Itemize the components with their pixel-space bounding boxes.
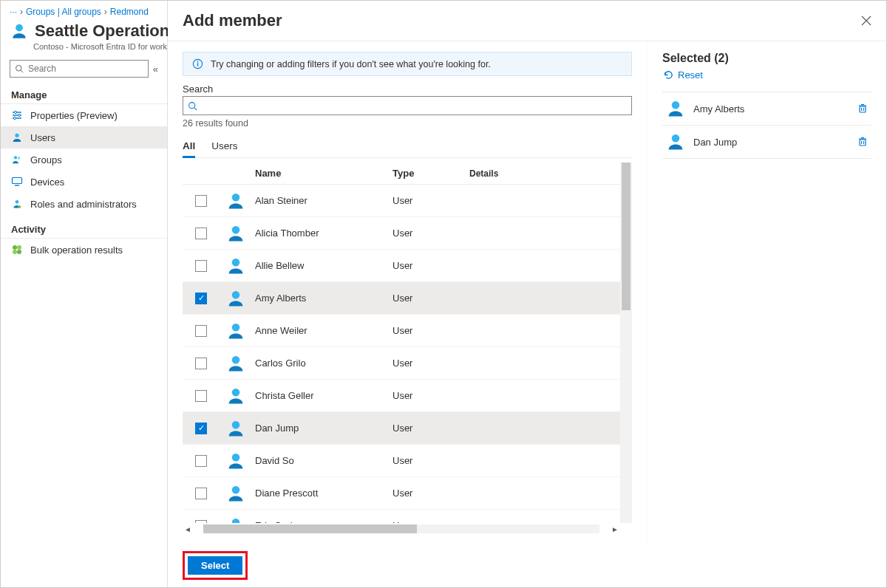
nav-label: Users	[30, 132, 55, 143]
row-checkbox[interactable]	[195, 325, 207, 337]
table-row[interactable]: Alicia ThomberUser	[183, 217, 620, 250]
scroll-left-icon[interactable]: ◄	[183, 525, 193, 533]
member-search-input[interactable]	[183, 96, 632, 115]
close-button[interactable]	[861, 16, 871, 26]
table-row[interactable]: Carlos GriloUser	[183, 347, 620, 380]
picker-main: Try changing or adding filters if you do…	[168, 41, 647, 547]
svg-point-27	[232, 226, 240, 234]
svg-rect-23	[197, 63, 198, 66]
admin-icon	[11, 198, 23, 210]
remove-selected-button[interactable]	[857, 103, 869, 114]
row-checkbox[interactable]	[195, 455, 207, 467]
sidebar-search-input[interactable]	[10, 60, 149, 78]
breadcrumb-ellipsis[interactable]: ···	[10, 7, 17, 17]
svg-point-4	[14, 111, 16, 113]
vertical-scrollbar[interactable]	[620, 163, 632, 523]
row-checkbox[interactable]	[195, 195, 207, 207]
nav-label: Properties (Preview)	[30, 110, 118, 121]
row-checkbox[interactable]	[195, 423, 207, 434]
row-checkbox[interactable]	[195, 488, 207, 499]
user-avatar-icon	[220, 321, 252, 341]
row-type: User	[392, 195, 469, 206]
member-search-field[interactable]	[197, 100, 627, 112]
table-row[interactable]: Anne WeilerUser	[183, 315, 620, 347]
user-avatar-icon	[220, 223, 252, 244]
col-details[interactable]: Details	[469, 168, 620, 179]
svg-point-15	[13, 245, 17, 250]
svg-point-29	[232, 291, 240, 299]
tab-all[interactable]: All	[183, 136, 195, 158]
table-row[interactable]: Eric GruberUser	[183, 510, 620, 523]
svg-point-26	[232, 194, 240, 202]
col-type[interactable]: Type	[392, 168, 469, 179]
user-avatar-icon	[220, 386, 252, 406]
svg-point-16	[17, 245, 21, 250]
row-type: User	[392, 488, 469, 499]
sidebar-search-field[interactable]	[28, 64, 143, 74]
clover-icon	[11, 244, 23, 256]
svg-point-6	[18, 114, 20, 116]
nav-groups[interactable]: Groups	[1, 148, 167, 171]
svg-point-34	[232, 454, 240, 462]
row-checkbox[interactable]	[195, 293, 207, 304]
row-type: User	[392, 260, 469, 271]
nav-properties[interactable]: Properties (Preview)	[1, 104, 167, 126]
nav-label: Groups	[30, 154, 62, 165]
select-button[interactable]: Select	[188, 556, 242, 575]
table-row[interactable]: Christa GellerUser	[183, 380, 620, 412]
table-row[interactable]: Amy AlbertsUser	[183, 282, 620, 315]
user-avatar-icon	[220, 288, 252, 309]
undo-icon	[662, 69, 673, 81]
svg-point-17	[13, 250, 17, 254]
svg-point-18	[17, 250, 21, 254]
table-row[interactable]: David SoUser	[183, 445, 620, 477]
select-button-highlight: Select	[183, 551, 248, 580]
table-row[interactable]: Dan JumpUser	[183, 412, 620, 445]
remove-selected-button[interactable]	[857, 136, 869, 148]
breadcrumb-groups[interactable]: Groups | All groups	[26, 7, 101, 17]
table-row[interactable]: Diane PrescottUser	[183, 477, 620, 510]
scroll-right-icon[interactable]: ►	[610, 525, 620, 533]
reset-button[interactable]: Reset	[662, 69, 871, 81]
group-icon	[11, 154, 23, 165]
row-checkbox[interactable]	[195, 228, 207, 239]
table-row[interactable]: Alan SteinerUser	[183, 185, 620, 217]
breadcrumb-redmond[interactable]: Redmond	[110, 7, 149, 17]
row-checkbox[interactable]	[195, 260, 207, 272]
row-name: Anne Weiler	[252, 325, 392, 336]
row-name: Alicia Thomber	[252, 228, 392, 239]
nav-users[interactable]: Users	[1, 126, 167, 148]
nav-roles[interactable]: Roles and administrators	[1, 193, 167, 215]
row-name: David So	[252, 455, 392, 466]
svg-point-31	[232, 356, 240, 364]
nav-bulk-results[interactable]: Bulk operation results	[1, 239, 167, 261]
row-checkbox[interactable]	[195, 358, 207, 369]
user-avatar-icon	[220, 418, 252, 439]
search-label: Search	[183, 83, 632, 95]
selected-header: Selected (2)	[662, 52, 871, 65]
user-avatar-icon	[220, 191, 252, 211]
horizontal-scrollbar[interactable]: ◄ ►	[183, 523, 620, 535]
col-name[interactable]: Name	[252, 168, 392, 179]
table-row[interactable]: Allie BellewUser	[183, 250, 620, 282]
row-type: User	[392, 455, 469, 466]
section-activity: Activity	[1, 219, 167, 239]
user-avatar-icon	[220, 256, 252, 276]
row-name: Dan Jump	[252, 423, 392, 434]
sliders-icon	[11, 109, 23, 121]
nav-devices[interactable]: Devices	[1, 171, 167, 193]
row-type: User	[392, 423, 469, 434]
row-checkbox[interactable]	[195, 390, 207, 402]
selected-name: Amy Alberts	[693, 103, 744, 114]
left-navigation-pane: ··· › Groups | All groups › Redmond Seat…	[1, 1, 168, 587]
selected-item: Dan Jump	[662, 125, 871, 159]
svg-rect-38	[860, 106, 866, 112]
selected-item: Amy Alberts	[662, 92, 871, 126]
svg-rect-44	[860, 140, 866, 146]
table-header: Name Type Details	[183, 163, 620, 185]
reset-label: Reset	[678, 69, 703, 81]
tab-users[interactable]: Users	[211, 136, 237, 157]
collapse-sidebar-icon[interactable]: «	[153, 64, 158, 75]
user-avatar-icon	[220, 483, 252, 504]
svg-point-0	[16, 24, 23, 32]
